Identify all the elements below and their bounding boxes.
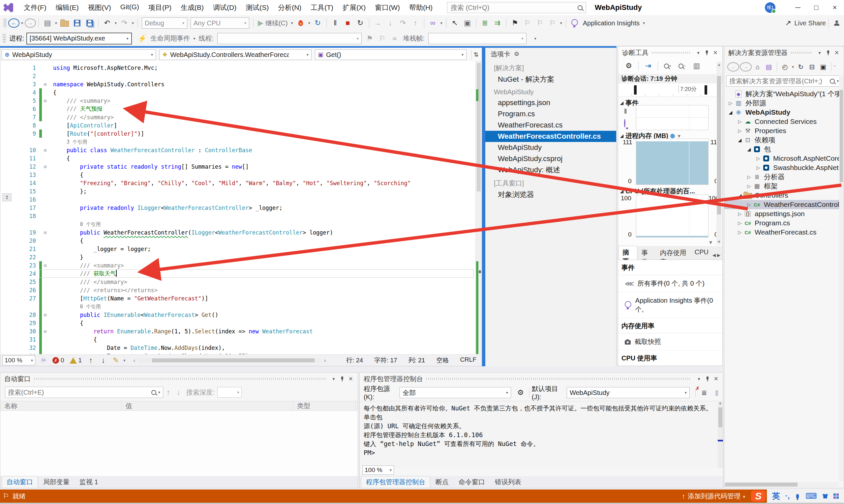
- tool-window-tab[interactable]: 命令窗口: [454, 476, 489, 488]
- scrollbar-thumb[interactable]: [477, 63, 481, 192]
- thread-combo[interactable]: ▾: [217, 33, 362, 44]
- break-all-icon[interactable]: ‖: [329, 17, 341, 29]
- code-row[interactable]: 8[ApiController]: [0, 121, 476, 129]
- close-icon[interactable]: ×: [346, 375, 355, 383]
- codelens-row[interactable]: 0 个引用: [0, 220, 476, 228]
- tree-item[interactable]: ▷Swashbuckle.AspNetC: [724, 163, 839, 172]
- next-issue-icon[interactable]: ↓: [97, 355, 109, 366]
- show-next-statement-icon[interactable]: →: [372, 17, 384, 29]
- chart-icon[interactable]: ▥: [691, 60, 703, 71]
- expand-closed-icon[interactable]: ▷: [745, 174, 753, 180]
- feedback-icon[interactable]: [834, 20, 839, 26]
- step-into-icon[interactable]: ↓: [384, 17, 396, 29]
- zoom-in-icon[interactable]: +: [662, 60, 674, 71]
- process-combo[interactable]: [35664] WebApiStudy.exe▾: [27, 33, 132, 44]
- chevron-down-icon[interactable]: ▾: [695, 375, 703, 383]
- redo-icon[interactable]: ↷: [118, 17, 130, 29]
- code-row[interactable]: 30⊟return Enumerable.Range(1, 5).Select(…: [0, 327, 476, 335]
- codelens-row[interactable]: 3 个引用: [0, 138, 476, 146]
- stop-icon[interactable]: ■: [342, 17, 354, 29]
- menu-item[interactable]: 编辑(E): [51, 3, 83, 12]
- punctuation-icon[interactable]: ·,: [785, 492, 790, 500]
- menu-item[interactable]: 视图(V): [83, 3, 116, 12]
- gear-icon[interactable]: ⚙: [515, 387, 527, 398]
- expand-closed-icon[interactable]: ▷: [727, 101, 734, 106]
- close-icon[interactable]: ×: [711, 49, 720, 57]
- format-selection-icon[interactable]: ⇉: [492, 17, 503, 29]
- tree-item[interactable]: ▷C#WeatherForecastControlle: [724, 200, 839, 209]
- pmc-console-output[interactable]: 每个包都由其所有者许可给你。NuGet 不负责第三方包，也不授予其许可证。一些包…: [360, 401, 718, 468]
- clear-console-icon[interactable]: ≣: [698, 387, 710, 398]
- pin-icon[interactable]: [338, 375, 346, 383]
- live-share-label[interactable]: Live Share: [794, 19, 826, 27]
- code-row[interactable]: 4{: [0, 88, 476, 96]
- expand-open-icon[interactable]: ◢: [736, 137, 743, 143]
- reference-indicator-icon[interactable]: ↥: [2, 193, 12, 201]
- toolbar-grip[interactable]: [3, 19, 6, 28]
- summary-action-row[interactable]: ●记录 CPU 配置文件: [618, 366, 722, 366]
- menu-item[interactable]: 测试(S): [241, 3, 273, 12]
- overflow-icon[interactable]: '': [834, 65, 836, 70]
- codelens-references[interactable]: 3 个引用: [67, 139, 87, 145]
- user-avatar[interactable]: 维1: [765, 2, 775, 13]
- format-document-icon[interactable]: ≣: [479, 17, 491, 29]
- fold-marker[interactable]: ⊟: [42, 98, 49, 104]
- menu-item[interactable]: 文件(F): [19, 3, 51, 12]
- clear-bookmarks-icon[interactable]: ⚐: [547, 17, 558, 29]
- close-icon[interactable]: ×: [832, 49, 841, 57]
- dropdown-icon[interactable]: ▾: [20, 21, 24, 25]
- preview-icon[interactable]: ▣: [818, 61, 828, 72]
- dropdown-icon[interactable]: ▾: [54, 21, 58, 25]
- hscroll-left-icon[interactable]: ‹: [133, 357, 135, 364]
- dropdown-icon[interactable]: ▾: [559, 21, 563, 25]
- summary-action-row[interactable]: 截取快照: [618, 334, 722, 350]
- chevron-down-icon[interactable]: ▾: [329, 375, 338, 383]
- document-tab[interactable]: WebApiStudy: 概述: [485, 164, 616, 176]
- filter-icon[interactable]: ▼: [677, 133, 682, 139]
- lifecycle-label[interactable]: 生命周期事件: [151, 34, 190, 43]
- expand-closed-icon[interactable]: ▷: [755, 156, 762, 161]
- cpu-section-header[interactable]: ◢CPU (所有处理器的百...: [620, 187, 695, 196]
- code-map-icon[interactable]: ∞: [427, 17, 439, 29]
- summary-action-row[interactable]: ⋘所有事件(0 个, 共 0 个): [618, 275, 722, 292]
- dropdown-icon[interactable]: ▾: [131, 21, 135, 25]
- navigate-back-icon[interactable]: ←: [8, 18, 19, 28]
- tree-item[interactable]: ▷Microsoft.AspNetCore.: [724, 154, 839, 163]
- code-row[interactable]: 19⊟public WeatherForecastController(ILog…: [0, 228, 476, 236]
- diagnostics-tab[interactable]: CPU: [691, 247, 712, 259]
- tree-item[interactable]: ▷≣分析器: [724, 172, 839, 181]
- preview-icon[interactable]: ▣: [462, 17, 473, 29]
- expand-closed-icon[interactable]: ▷: [736, 230, 743, 235]
- document-tab[interactable]: WeatherForecastController.cs: [485, 131, 616, 142]
- split-window-button[interactable]: ⇅: [471, 50, 480, 60]
- code-row[interactable]: 13{: [0, 170, 476, 179]
- editor-zoom-combo[interactable]: 100 %▾: [2, 356, 35, 365]
- add-to-source-control-button[interactable]: ↑ 添加到源代码管理 ▴: [677, 489, 750, 503]
- lightbulb-icon[interactable]: [569, 17, 581, 29]
- triangle-down-icon[interactable]: ▼: [708, 239, 713, 245]
- new-item-icon[interactable]: ▤: [41, 17, 53, 29]
- fold-marker[interactable]: ⊟: [42, 230, 49, 235]
- codelens-references[interactable]: 0 个引用: [80, 221, 101, 227]
- close-button[interactable]: ×: [826, 0, 844, 15]
- code-row[interactable]: 18: [0, 212, 476, 220]
- step-out-icon[interactable]: ↑: [410, 17, 421, 29]
- app-insights-label[interactable]: Application Insights: [583, 19, 640, 27]
- prev-bookmark-icon[interactable]: ⚐: [521, 17, 533, 29]
- ime-skin-icon[interactable]: [822, 494, 828, 499]
- eol-mode[interactable]: CRLF: [460, 356, 477, 365]
- bookmark-icon[interactable]: ⚑: [509, 17, 521, 29]
- gear-icon[interactable]: ⚙: [512, 50, 521, 58]
- tree-item[interactable]: ◢⊡依赖项: [724, 136, 839, 145]
- maximize-button[interactable]: □: [807, 0, 826, 15]
- editor-group-splitter[interactable]: [482, 46, 485, 366]
- navigate-back-icon[interactable]: ←: [727, 62, 739, 71]
- close-icon[interactable]: ×: [712, 375, 720, 383]
- expand-closed-icon[interactable]: ▷: [745, 202, 753, 207]
- tool-window-tab[interactable]: 监视 1: [75, 476, 103, 488]
- dropdown-icon[interactable]: ▾: [114, 21, 118, 25]
- tool-window-tab[interactable]: 局部变量: [38, 476, 74, 488]
- home-icon[interactable]: ⌂: [752, 61, 763, 72]
- code-row[interactable]: 5⊟/// <summary>: [0, 96, 476, 105]
- document-tab[interactable]: WeatherForecast.cs: [485, 120, 616, 131]
